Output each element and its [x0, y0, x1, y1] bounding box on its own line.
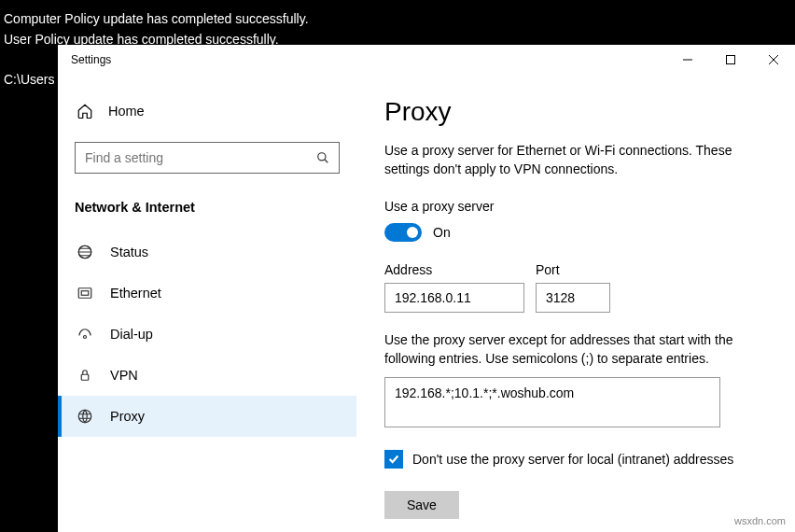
- nav-list: Status Ethernet Dial-up: [58, 231, 356, 437]
- svg-point-11: [78, 410, 91, 423]
- sidebar-item-status[interactable]: Status: [58, 231, 356, 273]
- use-proxy-label: Use a proxy server: [384, 199, 767, 214]
- category-header: Network & Internet: [58, 192, 356, 231]
- local-bypass-label: Don't use the proxy server for local (in…: [412, 452, 733, 467]
- svg-point-9: [84, 336, 87, 339]
- vpn-icon: [77, 367, 93, 384]
- minimize-button[interactable]: [666, 45, 709, 75]
- sidebar-item-vpn[interactable]: VPN: [58, 355, 356, 396]
- settings-window: Settings Home: [58, 45, 795, 532]
- status-icon: [77, 244, 93, 260]
- search-box[interactable]: [75, 142, 340, 174]
- address-label: Address: [384, 262, 524, 277]
- sidebar-item-proxy[interactable]: Proxy: [58, 396, 356, 437]
- page-description: Use a proxy server for Ethernet or Wi-Fi…: [384, 142, 767, 178]
- svg-rect-10: [81, 374, 89, 380]
- svg-point-4: [318, 153, 326, 161]
- svg-rect-7: [78, 288, 91, 299]
- svg-rect-8: [81, 291, 89, 296]
- sidebar-item-ethernet[interactable]: Ethernet: [58, 273, 356, 314]
- sidebar-item-dialup[interactable]: Dial-up: [58, 314, 356, 355]
- sidebar-item-label: VPN: [110, 368, 138, 383]
- address-input[interactable]: [384, 283, 524, 313]
- home-icon: [77, 103, 93, 119]
- content-area: Proxy Use a proxy server for Ethernet or…: [356, 75, 795, 532]
- exceptions-input[interactable]: [384, 377, 720, 427]
- svg-line-5: [325, 160, 328, 163]
- home-link[interactable]: Home: [58, 93, 356, 129]
- maximize-button[interactable]: [709, 45, 752, 75]
- sidebar-item-label: Status: [110, 245, 148, 259]
- save-button[interactable]: Save: [384, 491, 459, 519]
- svg-rect-1: [727, 56, 735, 64]
- window-controls: [666, 45, 795, 75]
- titlebar: Settings: [58, 45, 795, 75]
- proxy-icon: [77, 408, 93, 425]
- window-title: Settings: [71, 53, 111, 66]
- close-button[interactable]: [752, 45, 795, 75]
- ethernet-icon: [77, 285, 93, 301]
- search-input[interactable]: [85, 150, 316, 165]
- port-input[interactable]: [536, 283, 610, 313]
- toggle-state-label: On: [433, 225, 451, 240]
- sidebar-item-label: Ethernet: [110, 286, 161, 301]
- port-label: Port: [536, 262, 610, 277]
- dialup-icon: [77, 326, 93, 343]
- watermark: wsxdn.com: [734, 515, 786, 526]
- sidebar-item-label: Dial-up: [110, 327, 153, 342]
- search-icon: [316, 151, 329, 164]
- home-label: Home: [108, 104, 145, 119]
- sidebar: Home Network & Internet Status: [58, 75, 356, 532]
- exceptions-label: Use the proxy server except for addresse…: [384, 331, 767, 368]
- use-proxy-toggle[interactable]: [384, 223, 422, 242]
- local-bypass-checkbox[interactable]: [384, 450, 403, 469]
- sidebar-item-label: Proxy: [110, 409, 145, 424]
- page-title: Proxy: [384, 97, 767, 127]
